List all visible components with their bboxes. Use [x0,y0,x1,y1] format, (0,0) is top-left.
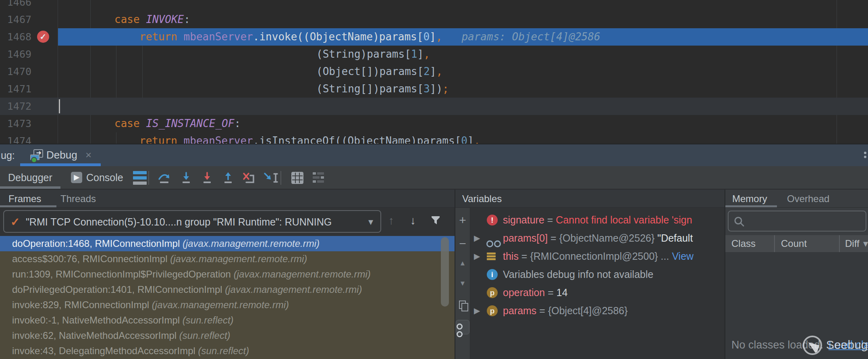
variable-error-message: Cannot find local variable 'sign [556,214,692,225]
line-number: 1474 [0,132,31,144]
stack-frame-row[interactable]: doPrivilegedOperation:1401, RMIConnectio… [0,282,455,297]
ide-debug-screen: 1466 1467 case INVOKE: 1468 ✓ return mbe… [0,0,868,359]
toolbar-separator [148,171,149,185]
column-separator[interactable] [774,235,775,252]
keyword: case [114,13,146,25]
memory-empty-status: No classes loaded. Load cla Seebug [725,339,868,359]
move-watch-down-button[interactable]: ▼ [455,280,470,288]
show-watches-toggle[interactable] [456,320,469,334]
frame-location: doPrivilegedOperation:1401, RMIConnectio… [12,284,225,295]
stack-frame-row[interactable]: run:1309, RMIConnectionImpl$PrivilegedOp… [0,267,455,282]
run-to-cursor-button[interactable] [263,171,277,184]
toolbar-separator [280,171,281,185]
evaluate-expression-icon[interactable] [291,172,303,184]
stack-frame-row[interactable]: invoke0:-1, NativeMethodAccessorImpl (su… [0,313,455,328]
variable-row-params0[interactable]: ▶ params[0] = {ObjectName@2526} "Default [471,229,725,247]
code-text: : [184,13,190,25]
memory-search-input[interactable] [748,213,862,230]
variable-name: params [503,305,536,316]
number-literal: 2 [424,65,430,77]
remove-watch-button[interactable]: − [455,237,470,250]
thread-selector-row: ✓ "RMI TCP Connection(5)-10.10....n grou… [0,208,455,236]
keyword: return [139,31,184,43]
variable-row-signature[interactable]: ! signature = Cannot find local variable… [471,211,725,229]
object-value-icon [487,252,496,261]
frame-location: invoke0:-1, NativeMethodAccessorImpl [12,315,183,326]
punctuation: , [474,135,480,144]
tab-threads[interactable]: Threads [60,193,96,205]
expand-arrow-icon[interactable]: ▶ [474,302,480,320]
search-icon [733,216,745,228]
move-watch-up-button[interactable]: ▲ [455,259,470,267]
frames-scrollbar-thumb[interactable] [441,237,449,307]
sort-caret-icon: ▾ [863,238,868,249]
punctuation: , [436,31,442,43]
tab-frames[interactable]: Frames [8,193,41,205]
stack-frame-row[interactable]: access$300:76, RMIConnectionImpl (javax.… [0,251,455,267]
code-text: ] [417,48,424,60]
frame-package: (javax.management.remote.rmi) [170,253,307,264]
code-line-1469: 1469 (String)params[1], [0,46,868,63]
frame-package: (sun.reflect) [183,315,234,326]
close-icon[interactable]: × [85,149,91,161]
line-number: 1470 [0,63,31,80]
tab-debugger[interactable]: Debugger [8,172,52,184]
field: mbeanServer [184,31,253,43]
drop-frame-button[interactable] [242,171,256,184]
load-classes-link[interactable]: Load cla [829,339,868,351]
stack-frames-list: doOperation:1468, RMIConnectionImpl (jav… [0,236,455,359]
column-header-diff[interactable]: Diff [845,238,860,249]
column-header-count[interactable]: Count [781,238,807,249]
equals: = [536,305,548,316]
variables-toolbar: + − ▲ ▼ [455,208,470,359]
expand-arrow-icon[interactable]: ▶ [474,229,480,247]
view-link[interactable]: View [672,250,694,262]
memory-table-body: No classes loaded. Load cla Seebug [725,252,868,359]
expand-arrow-icon[interactable]: ▶ [474,247,480,265]
step-over-button[interactable] [158,171,171,184]
variable-name: signature [503,214,544,225]
thread-dropdown[interactable]: ✓ "RMI TCP Connection(5)-10.10....n grou… [3,210,381,233]
column-header-class[interactable]: Class [731,238,756,249]
stack-frame-row[interactable]: invoke:829, RMIConnectionImpl (javax.man… [0,297,455,313]
variable-row-this[interactable]: ▶ this = {RMIConnectionImpl@2500} ... Vi… [471,247,725,265]
variable-row-operation[interactable]: p operation = 14 [471,284,725,302]
force-step-into-button[interactable] [200,171,214,184]
frame-location: run:1309, RMIConnectionImpl$PrivilegedOp… [12,269,234,280]
column-separator[interactable] [839,235,840,252]
next-frame-button[interactable]: ↓ [410,214,416,227]
frames-tab-underline [0,205,56,207]
variable-row-params[interactable]: ▶ p params = {Object[4]@2586} [471,302,725,320]
tab-debug-session[interactable]: ➜ Debug × [24,144,105,166]
thread-status-check-icon: ✓ [10,215,20,229]
variables-info-row: i Variables debug info not available [471,265,725,284]
parameter-icon: p [487,287,498,298]
memory-search-field[interactable] [728,211,866,232]
layout-list-icon[interactable] [133,171,147,187]
debugger-tab-underline [0,186,60,189]
tab-console[interactable]: Console [86,172,123,184]
stack-frame-row[interactable]: doOperation:1468, RMIConnectionImpl (jav… [0,236,455,251]
settings-layout-icon[interactable] [313,172,325,184]
filter-frames-icon[interactable] [430,215,441,228]
more-options-icon[interactable] [864,150,867,160]
code-line-1471: 1471 (String[])params[3]); [0,80,868,98]
panel-divider[interactable] [455,190,455,359]
variables-panel-header: Variables [455,190,725,208]
step-into-button[interactable] [179,171,193,184]
step-out-button[interactable] [221,171,235,184]
code-text: : [234,117,241,129]
copy-icon[interactable] [459,301,466,309]
panel-divider[interactable] [725,190,725,359]
parameter-icon: p [487,305,498,316]
debugger-toolbar: Debugger ▶ Console [0,166,868,190]
stack-frame-row[interactable]: invoke:62, NativeMethodAccessorImpl (sun… [0,328,455,343]
tab-memory[interactable]: Memory [732,193,767,205]
breakpoint-icon[interactable]: ✓ [37,31,49,43]
add-watch-button[interactable]: + [455,213,470,227]
tab-overhead[interactable]: Overhead [787,193,829,205]
stack-frame-row[interactable]: invoke:43, DelegatingMethodAccessorImpl … [0,343,455,359]
previous-frame-button[interactable]: ↑ [388,214,394,227]
code-editor[interactable]: 1466 1467 case INVOKE: 1468 ✓ return mbe… [0,0,868,144]
info-icon: i [487,269,498,280]
